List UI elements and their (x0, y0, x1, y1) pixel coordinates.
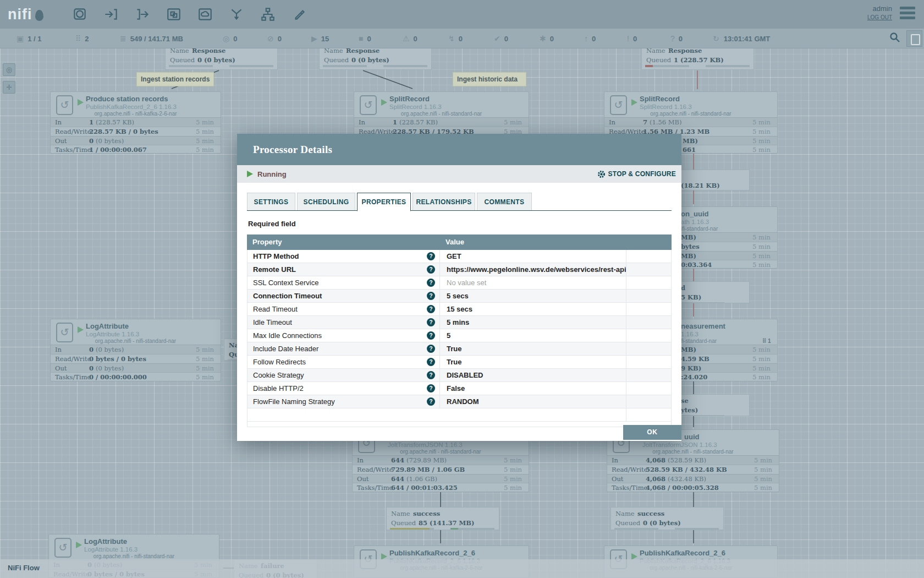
input-port-toolbar-icon[interactable] (102, 3, 120, 25)
queued-word: Queued (170, 56, 195, 64)
funnel-toolbar-icon[interactable] (227, 3, 246, 25)
bulletin-panel-toggle[interactable] (906, 30, 922, 47)
status-up-to-date: ✔0 (494, 29, 508, 48)
up-to-date-count: 0 (504, 35, 508, 43)
property-value: True (439, 356, 626, 368)
output-port-toolbar-icon[interactable] (133, 3, 152, 25)
help-icon[interactable]: ? (427, 252, 435, 260)
connection-success-2[interactable]: NamesuccessQueued0 (0 bytes) (610, 507, 724, 530)
ok-button[interactable]: OK (623, 425, 681, 440)
queued-word: Queued (324, 56, 349, 64)
property-name: Include Date Header (248, 342, 439, 355)
help-icon[interactable]: ? (427, 318, 435, 326)
connection-success-1[interactable]: NamesuccessQueued85 (141.37 MB) (386, 507, 499, 530)
help-icon[interactable]: ? (427, 397, 435, 406)
nifi-logo-text: nifi (8, 4, 32, 24)
stat-label: Read/Write (357, 466, 393, 473)
stat-window: 5 min (504, 466, 522, 473)
connection-line[interactable] (363, 70, 413, 89)
stat-window: 5 min (754, 466, 772, 473)
processor-toolbar-icon[interactable] (70, 3, 89, 25)
help-icon[interactable]: ? (427, 384, 435, 392)
search-button[interactable] (889, 31, 903, 46)
help-icon[interactable]: ? (427, 371, 435, 379)
processor-stats: In0 (0 bytes)5 minRead/Write0 bytes / 0 … (51, 345, 221, 381)
stat-window: 5 min (752, 364, 771, 372)
property-column-header: Property (247, 235, 439, 250)
queued-count: 0 (0 bytes) (351, 56, 389, 64)
processor-name: LogAttribute (86, 322, 129, 330)
logout-link[interactable]: LOG OUT (867, 14, 892, 20)
stat-window: 5 min (196, 146, 214, 154)
breadcrumb-bar: NiFi Flow (0, 559, 924, 578)
status-bar: ▣1 / 1⠿2≣549 / 141.71 MB◎0⊘0▶15■0⚠0↯0✔0✱… (0, 29, 924, 48)
property-row: SSL Context Service?No value set (248, 276, 671, 290)
processor-produce-station-records[interactable]: ↺Produce station recordsPublishKafkaReco… (50, 91, 221, 154)
tab-comments[interactable]: COMMENTS (477, 193, 532, 210)
stat-window: 5 min (196, 355, 214, 363)
processor-bundle: fi-standard-nar (681, 338, 717, 344)
stat-value: 0 (0 bytes) (89, 364, 124, 372)
help-icon[interactable]: ? (427, 358, 435, 366)
invalid-icon: ⚠ (403, 34, 410, 43)
navigate-palette-button[interactable]: ◎ (3, 63, 15, 76)
processor-name: neasurement (681, 322, 725, 330)
queued-fragment: ytes) (681, 406, 698, 414)
processor-stats: In4,068 (528.59 KB)5 minRead/Write528.59… (607, 455, 779, 492)
property-value: DISABLED (439, 369, 626, 381)
processor-name: PublishKafkaRecord_2_6 (389, 549, 475, 557)
help-icon[interactable]: ? (427, 292, 435, 300)
count-progress-track (645, 65, 689, 67)
tab-scheduling[interactable]: SCHEDULING (297, 193, 355, 210)
tab-settings[interactable]: SETTINGS (247, 193, 295, 210)
stat-window: 5 min (752, 118, 771, 126)
help-icon[interactable]: ? (427, 345, 435, 353)
stat-window: 5 min (752, 252, 771, 260)
queued-word: Queued (391, 519, 416, 527)
size-progress-track (680, 302, 724, 303)
stat-label: Out (55, 137, 67, 145)
stat-label: In (359, 118, 365, 126)
operate-palette-button[interactable]: ✛ (3, 81, 15, 94)
stat-value: MB) (681, 252, 696, 260)
tasks-badge: ⠿ 1 (762, 338, 771, 344)
property-row: Cookie Strategy?DISABLED (248, 369, 671, 382)
status-running: ▶15 (311, 29, 329, 48)
help-icon[interactable]: ? (427, 265, 435, 274)
template-toolbar-icon[interactable] (258, 3, 277, 25)
dialog-tabs: SETTINGSSCHEDULINGPROPERTIESRELATIONSHIP… (247, 193, 672, 211)
canvas-label-ingest-station[interactable]: Ingest station records (136, 72, 214, 86)
property-name: SSL Context Service (248, 276, 439, 289)
label-toolbar-icon[interactable] (290, 3, 309, 25)
tab-properties[interactable]: PROPERTIES (357, 193, 411, 211)
property-name: Remote URL (248, 263, 439, 276)
stat-value: 4,068 (432.48 KB) (646, 475, 706, 483)
help-icon[interactable]: ? (427, 279, 435, 287)
stat-label: Read/Write (612, 466, 647, 473)
size-progress-track (706, 65, 750, 67)
processor-type: SplitRecord 1.16.3 (640, 103, 692, 110)
help-icon[interactable]: ? (427, 305, 435, 313)
size-progress-track (383, 65, 427, 67)
property-name: Cookie Strategy (248, 369, 439, 381)
stat-window: 5 min (752, 261, 771, 269)
processor-log-attribute-mid[interactable]: ↺LogAttributeLogAttribute 1.16.3org.apac… (50, 319, 221, 381)
stat-window: 5 min (752, 233, 771, 241)
stop-and-configure-button[interactable]: STOP & CONFIGURE (597, 170, 676, 178)
modified-stale-count: 0 (633, 35, 637, 43)
stat-label: In (55, 346, 62, 353)
stat-row: Tasks/Time1 / 00:00:00.0675 min (51, 145, 221, 154)
processor-stats: In1 (228.57 KB)5 minRead/Write228.57 KB … (51, 117, 221, 154)
canvas-label-ingest-historic[interactable]: Ingest historic data (453, 72, 526, 86)
process-group-toolbar-icon[interactable] (164, 3, 183, 25)
stat-value: 644 (1.06 GB) (391, 475, 437, 483)
remote-process-group-toolbar-icon[interactable] (196, 3, 215, 25)
stat-value: 644 / 00:01:03.425 (391, 484, 458, 492)
help-icon[interactable]: ? (427, 331, 435, 340)
remote-transmitting-count: 0 (233, 35, 237, 43)
tab-relationships[interactable]: RELATIONSHIPS (413, 193, 475, 210)
refresh-icon[interactable]: ↻ (713, 34, 719, 43)
breadcrumb[interactable]: NiFi Flow (8, 564, 40, 572)
modified-stale-icon: ! (627, 34, 629, 43)
global-menu-icon[interactable] (900, 7, 915, 21)
